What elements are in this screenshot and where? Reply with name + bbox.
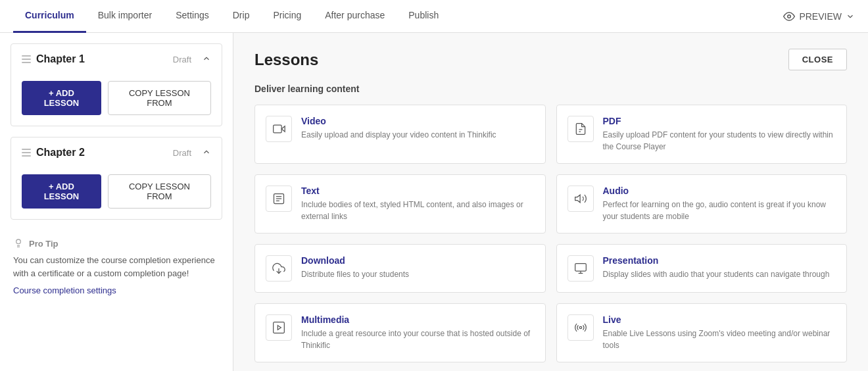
chapter-2-status: Draft <box>173 148 191 158</box>
chapter-1-drag-handle[interactable] <box>22 55 31 63</box>
chapter-1-block: Chapter 1 Draft + ADD LESSON COPY LESSON… <box>11 43 222 126</box>
preview-label: PREVIEW <box>799 11 842 22</box>
nav-item-drip[interactable]: Drip <box>221 0 262 33</box>
lightbulb-icon <box>13 238 24 249</box>
lesson-card-presentation[interactable]: Presentation Display slides with audio t… <box>556 244 848 293</box>
chevron-down-icon <box>846 12 855 21</box>
video-desc: Easily upload and display your video con… <box>301 129 535 141</box>
audio-icon-box <box>567 186 594 212</box>
lesson-card-live[interactable]: Live Enable Live Lessons using Zoom's vi… <box>556 303 848 362</box>
chapter-2-block: Chapter 2 Draft + ADD LESSON COPY LESSON… <box>11 137 222 220</box>
video-title: Video <box>301 116 535 126</box>
chapter-1-actions: + ADD LESSON COPY LESSON FROM <box>11 74 222 126</box>
eye-icon <box>783 11 795 22</box>
lessons-title: Lessons <box>254 51 318 69</box>
presentation-title: Presentation <box>603 255 836 266</box>
download-card-content: Download Distribute files to your studen… <box>301 255 535 280</box>
chapter-1-title: Chapter 1 <box>36 53 168 65</box>
lessons-header: Lessons CLOSE <box>254 49 847 70</box>
audio-desc: Perfect for learning on the go, audio co… <box>603 199 836 222</box>
chapter-2-add-lesson-button[interactable]: + ADD LESSON <box>22 174 101 209</box>
video-icon-box <box>266 116 292 142</box>
lesson-card-download[interactable]: Download Distribute files to your studen… <box>254 244 546 293</box>
audio-card-content: Audio Perfect for learning on the go, au… <box>603 186 836 222</box>
lesson-card-text[interactable]: Text Include bodies of text, styled HTML… <box>254 174 546 234</box>
multimedia-title: Multimedia <box>301 314 535 325</box>
pro-tip-heading: Pro Tip <box>29 239 59 249</box>
course-completion-settings-link[interactable]: Course completion settings <box>13 285 116 295</box>
svg-point-16 <box>579 326 581 328</box>
svg-point-0 <box>788 14 791 18</box>
video-card-content: Video Easily upload and display your vid… <box>301 116 535 141</box>
live-icon-box <box>567 314 594 341</box>
multimedia-icon-box <box>266 314 292 341</box>
download-icon-box <box>266 255 292 282</box>
live-title: Live <box>603 314 836 325</box>
nav-item-settings[interactable]: Settings <box>164 0 221 33</box>
download-desc: Distribute files to your students <box>301 268 535 280</box>
chapter-1-add-lesson-button[interactable]: + ADD LESSON <box>22 81 101 115</box>
nav-item-publish[interactable]: Publish <box>397 0 450 33</box>
pdf-desc: Easily upload PDF content for your stude… <box>603 129 836 153</box>
deliver-lesson-grid: Video Easily upload and display your vid… <box>254 105 847 362</box>
text-desc: Include bodies of text, styled HTML cont… <box>301 199 535 222</box>
lesson-card-audio[interactable]: Audio Perfect for learning on the go, au… <box>556 174 848 234</box>
pdf-card-content: PDF Easily upload PDF content for your s… <box>603 116 836 153</box>
svg-point-1 <box>16 239 21 244</box>
top-nav: Curriculum Bulk importer Settings Drip P… <box>0 0 868 33</box>
chapter-2-drag-handle[interactable] <box>22 149 31 157</box>
live-card-content: Live Enable Live Lessons using Zoom's vi… <box>603 314 836 351</box>
multimedia-desc: Include a great resource into your cours… <box>301 328 535 351</box>
nav-item-bulk-importer[interactable]: Bulk importer <box>86 0 164 33</box>
sidebar: Chapter 1 Draft + ADD LESSON COPY LESSON… <box>0 33 233 371</box>
chapter-1-copy-lesson-button[interactable]: COPY LESSON FROM <box>108 81 211 115</box>
lesson-card-video[interactable]: Video Easily upload and display your vid… <box>254 105 546 164</box>
live-desc: Enable Live Lessons using Zoom's video m… <box>603 328 836 351</box>
text-card-content: Text Include bodies of text, styled HTML… <box>301 186 535 222</box>
presentation-desc: Display slides with audio that your stud… <box>603 268 836 280</box>
download-title: Download <box>301 255 535 266</box>
chapter-2-header: Chapter 2 Draft <box>11 137 222 168</box>
chapter-2-toggle[interactable] <box>202 147 211 159</box>
pdf-icon-box <box>567 116 594 142</box>
pdf-title: PDF <box>603 116 836 126</box>
svg-marker-3 <box>281 126 285 132</box>
content-panel: Lessons CLOSE Deliver learning content V… <box>233 33 868 371</box>
audio-title: Audio <box>603 186 836 196</box>
nav-items: Curriculum Bulk importer Settings Drip P… <box>13 0 783 33</box>
nav-item-after-purchase[interactable]: After purchase <box>313 0 397 33</box>
lesson-card-multimedia[interactable]: Multimedia Include a great resource into… <box>254 303 546 362</box>
chapter-2-actions: + ADD LESSON COPY LESSON FROM <box>11 168 222 219</box>
chapter-2-title: Chapter 2 <box>36 147 168 159</box>
svg-rect-2 <box>274 125 282 133</box>
chapter-2-copy-lesson-button[interactable]: COPY LESSON FROM <box>108 174 211 209</box>
multimedia-card-content: Multimedia Include a great resource into… <box>301 314 535 351</box>
pro-tip-header: Pro Tip <box>13 238 220 249</box>
deliver-section-label: Deliver learning content <box>254 84 847 94</box>
chapter-1-header: Chapter 1 Draft <box>11 44 222 74</box>
preview-button[interactable]: PREVIEW <box>783 11 855 22</box>
chapter-1-toggle[interactable] <box>202 54 211 65</box>
presentation-icon-box <box>567 255 594 282</box>
text-title: Text <box>301 186 535 196</box>
svg-rect-12 <box>575 264 586 272</box>
pro-tip: Pro Tip You can customize the course com… <box>11 230 222 303</box>
main-layout: Chapter 1 Draft + ADD LESSON COPY LESSON… <box>0 33 868 371</box>
svg-marker-10 <box>575 195 580 203</box>
chapter-1-status: Draft <box>173 55 191 64</box>
presentation-card-content: Presentation Display slides with audio t… <box>603 255 836 280</box>
nav-item-pricing[interactable]: Pricing <box>261 0 313 33</box>
nav-item-curriculum[interactable]: Curriculum <box>13 0 86 33</box>
pro-tip-text: You can customize the course completion … <box>13 254 220 280</box>
lesson-card-pdf[interactable]: PDF Easily upload PDF content for your s… <box>556 105 848 164</box>
text-icon-box <box>266 186 292 212</box>
close-button[interactable]: CLOSE <box>788 49 847 70</box>
svg-rect-15 <box>274 322 285 334</box>
